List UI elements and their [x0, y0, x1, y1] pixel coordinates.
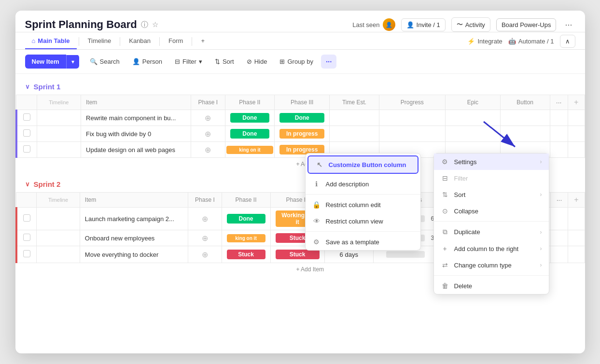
settings-item-delete[interactable]: 🗑 Delete: [434, 278, 549, 294]
toolbar-more-button[interactable]: ···: [321, 55, 337, 69]
header-more-button[interactable]: ···: [562, 18, 575, 32]
tab-timeline[interactable]: Timeline: [81, 33, 118, 49]
settings-item-sort[interactable]: ⇅ Sort ›: [434, 186, 549, 203]
tab-form-label: Form: [168, 37, 183, 44]
row-phase1[interactable]: ⊕: [191, 142, 225, 158]
activity-icon: 〜: [457, 20, 463, 29]
checkbox-icon[interactable]: [23, 214, 30, 222]
filter-icon: ⊟: [441, 174, 449, 182]
menu-item-add-description[interactable]: ℹ Add description: [306, 176, 420, 192]
row-dots: [550, 208, 568, 230]
checkbox-icon[interactable]: [23, 145, 30, 153]
tab-add[interactable]: +: [194, 33, 211, 49]
row-checkbox[interactable]: [16, 246, 37, 263]
tab-main-table[interactable]: ⌂ Main Table: [25, 33, 77, 49]
settings-add-column-label: Add column to the right: [454, 245, 519, 252]
group-by-button[interactable]: ⊞ Group by: [275, 55, 318, 68]
sort-button[interactable]: ⇅ Sort: [210, 55, 239, 68]
menu-item-restrict-view[interactable]: 👁 Restrict column view: [306, 213, 420, 229]
row-dots: [550, 230, 568, 246]
search-button[interactable]: 🔍 Search: [85, 55, 125, 68]
row-checkbox[interactable]: [16, 230, 37, 246]
row-phase2: Done: [225, 126, 275, 142]
row-item-name: Rewrite main component in bu...: [81, 110, 191, 126]
row-timeline: [37, 110, 81, 126]
lock-icon: 🔒: [312, 201, 321, 209]
checkbox-icon[interactable]: [23, 113, 30, 121]
settings-item-collapse[interactable]: ⊙ Collapse: [434, 203, 549, 219]
person-button[interactable]: 👤 Person: [127, 55, 167, 68]
row-button: [500, 110, 550, 126]
row-phase2: Done: [222, 208, 270, 230]
header: Sprint Planning Board ⓘ ☆ Last seen 👤 👤 …: [15, 11, 585, 32]
row-phase1[interactable]: ⊕: [191, 126, 225, 142]
tab-form[interactable]: Form: [162, 33, 190, 49]
col-phase1-header: Phase I: [191, 95, 225, 110]
info-circle-icon: ℹ: [312, 180, 321, 188]
duplicate-icon: ⧉: [441, 228, 449, 236]
settings-item-add-column[interactable]: + Add column to the right ›: [434, 240, 549, 257]
star-icon[interactable]: ☆: [152, 20, 158, 29]
tab-kanban-label: Kanban: [129, 37, 151, 44]
row-phase1[interactable]: ⊕: [188, 208, 222, 230]
add-column-chevron-icon: ›: [540, 245, 542, 252]
duplicate-chevron-icon: ›: [540, 229, 542, 236]
row-phase2: Stuck: [222, 246, 270, 263]
row-phase1[interactable]: ⊕: [188, 246, 222, 263]
row-add: [568, 230, 585, 246]
sort-label: Sort: [223, 58, 234, 65]
settings-item-change-type[interactable]: ⇄ Change column type ›: [434, 257, 549, 273]
row-checkbox[interactable]: [16, 208, 37, 230]
board-powerups-button[interactable]: Board Power-Ups: [496, 18, 557, 31]
automate-button[interactable]: 🤖 Automate / 1: [508, 38, 554, 45]
person-icon: 👤: [406, 21, 414, 28]
row-phase1[interactable]: ⊕: [188, 230, 222, 246]
collapse-button[interactable]: ∧: [560, 35, 575, 48]
settings-duplicate-label: Duplicate: [454, 228, 480, 236]
tab-divider-2: [120, 37, 120, 46]
settings-delete-label: Delete: [454, 282, 473, 290]
menu-item-save-template[interactable]: ⚙ Save as a template: [306, 234, 420, 250]
row-checkbox[interactable]: [16, 126, 37, 142]
new-item-main-button[interactable]: New Item: [25, 55, 66, 69]
sprint1-group-header: ∨ Sprint 1: [15, 79, 585, 95]
settings-chevron-icon: ›: [540, 158, 542, 165]
checkbox-icon[interactable]: [23, 234, 30, 241]
sprint2-chevron-icon[interactable]: ∨: [25, 181, 30, 188]
row-timeline: [37, 142, 81, 158]
new-item-button-group: New Item ▾: [25, 55, 79, 69]
col-dots-header[interactable]: ···: [550, 95, 568, 110]
filter-label: Filter: [182, 58, 196, 65]
col-add-header[interactable]: +: [568, 95, 585, 110]
sprint1-label: Sprint 1: [34, 83, 61, 91]
settings-item-filter: ⊟ Filter: [434, 170, 549, 186]
filter-icon: ⊟: [175, 58, 180, 65]
row-phase1[interactable]: ⊕: [191, 110, 225, 126]
settings-divider-1: [434, 221, 549, 222]
menu-item-restrict-edit[interactable]: 🔒 Restrict column edit: [306, 196, 420, 213]
checkbox-icon[interactable]: [23, 129, 30, 137]
new-item-dropdown-button[interactable]: ▾: [66, 55, 79, 69]
menu-item-customize[interactable]: ↖ Customize Button column: [307, 155, 419, 174]
col-timest-header: Time Est.: [330, 95, 379, 110]
tab-kanban[interactable]: Kanban: [122, 33, 157, 49]
info-icon[interactable]: ⓘ: [141, 20, 148, 29]
activity-button[interactable]: 〜 Activity: [451, 17, 490, 32]
col2-dots-header[interactable]: ···: [550, 193, 568, 208]
sprint1-chevron-icon[interactable]: ∨: [25, 83, 30, 90]
filter-button[interactable]: ⊟ Filter ▾: [170, 55, 207, 68]
invite-label: Invite / 1: [417, 21, 440, 28]
row-dots: [550, 246, 568, 263]
row-checkbox[interactable]: [16, 142, 37, 158]
hide-button[interactable]: ⊘ Hide: [242, 55, 272, 68]
checkbox-icon[interactable]: [23, 250, 30, 257]
tab-divider-1: [79, 37, 79, 46]
settings-item-settings[interactable]: ⚙ Settings ›: [434, 154, 549, 170]
settings-item-duplicate[interactable]: ⧉ Duplicate ›: [434, 224, 549, 240]
search-label: Search: [100, 58, 120, 65]
row-checkbox[interactable]: [16, 110, 37, 126]
invite-button[interactable]: 👤 Invite / 1: [401, 18, 446, 31]
col2-add-header[interactable]: +: [568, 193, 585, 208]
table-row: Rewrite main component in bu... ⊕ Done D…: [16, 110, 585, 126]
integrate-button[interactable]: ⚡ Integrate: [467, 38, 502, 45]
